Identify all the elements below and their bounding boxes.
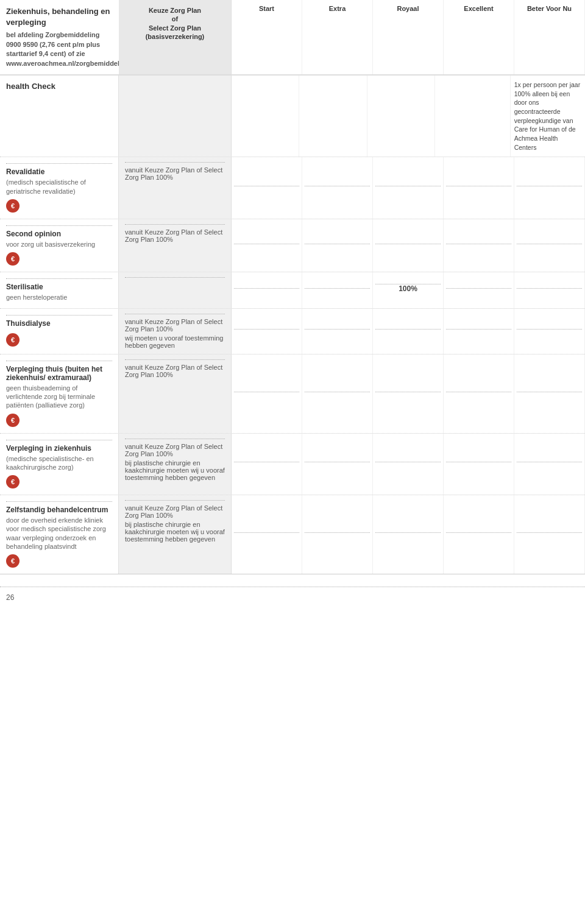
health-royaal-cell — [367, 76, 435, 157]
cell-keuze-verpleging-ziekenhuis: vanuit Keuze Zorg Plan of Select Zorg Pl… — [119, 434, 232, 495]
cell-excellent-verpleging-ziekenhuis — [444, 434, 514, 495]
page-footer: 26 — [0, 587, 585, 608]
row-title-revalidatie: Revalidatie — [6, 168, 112, 176]
euro-icon-zelfstandig: € — [6, 554, 20, 568]
table-header: Ziekenhuis, behandeling en verpleging be… — [0, 0, 585, 76]
row-zelfstandig: Zelfstandig behandelcentrum door de over… — [0, 495, 585, 574]
cell-start-verpleging-ziekenhuis — [232, 434, 302, 495]
health-check-row: health Check 1x per persoon per jaar 100… — [0, 76, 585, 158]
cell-excellent-second-opinion — [444, 219, 514, 272]
cell-keuze-zelfstandig: vanuit Keuze Zorg Plan of Select Zorg Pl… — [119, 495, 232, 574]
cell-extra-thuisdialyse — [302, 309, 373, 354]
cell-excellent-revalidatie — [444, 157, 514, 219]
row-left-thuisdialyse: Thuisdialyse € — [0, 309, 119, 354]
row-thuisdialyse: Thuisdialyse € vanuit Keuze Zorg Plan of… — [0, 309, 585, 354]
row-verpleging-ziekenhuis: Verpleging in ziekenhuis (medische speci… — [0, 434, 585, 496]
cell-extra-verpleging-thuis — [302, 354, 373, 433]
health-check-left: health Check — [0, 76, 119, 157]
cell-start-zelfstandig — [232, 495, 302, 574]
euro-icon-thuisdialyse: € — [6, 333, 20, 347]
cell-royaal-second-opinion — [373, 219, 444, 272]
cell-beter-thuisdialyse — [514, 309, 585, 354]
row-right-verpleging-thuis: vanuit Keuze Zorg Plan of Select Zorg Pl… — [119, 354, 585, 433]
row-revalidatie: Revalidatie (medisch specialistische of … — [0, 157, 585, 219]
cell-start-verpleging-thuis — [232, 354, 302, 433]
euro-icon-verpleging-thuis: € — [6, 414, 20, 427]
row-left-verpleging-ziekenhuis: Verpleging in ziekenhuis (medische speci… — [0, 434, 119, 495]
header-start: Start — [232, 0, 302, 74]
cell-excellent-sterilisatie — [444, 272, 514, 308]
row-left-sterilisatie: Sterilisatie geen hersteloperatie — [0, 272, 119, 308]
cell-start-sterilisatie — [232, 272, 302, 308]
row-right-thuisdialyse: vanuit Keuze Zorg Plan of Select Zorg Pl… — [119, 309, 585, 354]
row-verpleging-thuis: Verpleging thuis (buiten het ziekenhuis/… — [0, 354, 585, 434]
row-left-verpleging-thuis: Verpleging thuis (buiten het ziekenhuis/… — [0, 354, 119, 433]
row-title-verpleging-ziekenhuis: Verpleging in ziekenhuis — [6, 444, 112, 453]
euro-icon-verpleging-ziekenhuis: € — [6, 475, 20, 488]
cell-beter-verpleging-ziekenhuis — [514, 434, 585, 495]
page-number: 26 — [6, 593, 14, 602]
cell-start-second-opinion — [232, 219, 302, 272]
cell-start-revalidatie — [232, 157, 302, 219]
cell-extra-verpleging-ziekenhuis — [302, 434, 373, 495]
cell-beter-revalidatie — [514, 157, 585, 219]
health-beter-cell: 1x per persoon per jaar 100% alleen bij … — [511, 76, 585, 157]
row-right-zelfstandig: vanuit Keuze Zorg Plan of Select Zorg Pl… — [119, 495, 585, 574]
row-subtitle-second-opinion: voor zorg uit basisverzekering — [6, 240, 112, 249]
cell-extra-revalidatie — [302, 157, 373, 219]
euro-icon-revalidatie: € — [6, 199, 20, 213]
cell-beter-verpleging-thuis — [514, 354, 585, 433]
cell-keuze-sterilisatie — [119, 272, 232, 308]
cell-extra-zelfstandig — [302, 495, 373, 574]
cell-royaal-sterilisatie: 100% — [373, 272, 444, 308]
health-extra-cell — [299, 76, 367, 157]
cell-royaal-zelfstandig — [373, 495, 444, 574]
row-subtitle-verpleging-ziekenhuis: (medische specialistische- en kaakchirur… — [6, 454, 112, 472]
row-second-opinion: Second opinion voor zorg uit basisverzek… — [0, 219, 585, 272]
row-title-second-opinion: Second opinion — [6, 230, 112, 238]
cell-keuze-thuisdialyse: vanuit Keuze Zorg Plan of Select Zorg Pl… — [119, 309, 232, 354]
row-subtitle-sterilisatie: geen hersteloperatie — [6, 293, 112, 302]
header-royaal: Royaal — [373, 0, 444, 74]
cell-extra-sterilisatie — [302, 272, 373, 308]
row-subtitle-verpleging-thuis: geen thuisbeademing of verlichtende zorg… — [6, 384, 112, 410]
cell-extra-second-opinion — [302, 219, 373, 272]
cell-beter-sterilisatie — [514, 272, 585, 308]
cell-excellent-verpleging-thuis — [444, 354, 514, 433]
cell-beter-second-opinion — [514, 219, 585, 272]
header-keuze: Keuze Zorg Plan of Select Zorg Plan (bas… — [119, 0, 232, 74]
cell-royaal-thuisdialyse — [373, 309, 444, 354]
row-right-revalidatie: vanuit Keuze Zorg Plan of Select Zorg Pl… — [119, 157, 585, 219]
row-title-thuisdialyse: Thuisdialyse — [6, 319, 112, 328]
cell-excellent-zelfstandig — [444, 495, 514, 574]
sidebar-text: bel afdeling Zorgbemiddeling 0900 9590 (… — [6, 30, 113, 68]
header-beter: Beter Voor Nu — [514, 0, 585, 74]
cell-keuze-second-opinion: vanuit Keuze Zorg Plan of Select Zorg Pl… — [119, 219, 232, 272]
header-extra: Extra — [302, 0, 373, 74]
row-title-sterilisatie: Sterilisatie — [6, 283, 112, 291]
cell-keuze-revalidatie: vanuit Keuze Zorg Plan of Select Zorg Pl… — [119, 157, 232, 219]
row-left-revalidatie: Revalidatie (medisch specialistische of … — [0, 157, 119, 219]
cell-royaal-revalidatie — [373, 157, 444, 219]
row-title-zelfstandig: Zelfstandig behandelcentrum — [6, 506, 112, 514]
health-check-title: health Check — [6, 82, 112, 91]
health-excellent-cell — [435, 76, 510, 157]
row-title-verpleging-thuis: Verpleging thuis (buiten het ziekenhuis/… — [6, 365, 112, 382]
row-right-verpleging-ziekenhuis: vanuit Keuze Zorg Plan of Select Zorg Pl… — [119, 434, 585, 495]
cell-start-thuisdialyse — [232, 309, 302, 354]
row-right-second-opinion: vanuit Keuze Zorg Plan of Select Zorg Pl… — [119, 219, 585, 272]
euro-icon-second-opinion: € — [6, 252, 20, 266]
row-right-sterilisatie: 100% — [119, 272, 585, 308]
row-subtitle-revalidatie: (medisch specialistische of geriatrische… — [6, 178, 112, 196]
cell-royaal-verpleging-thuis — [373, 354, 444, 433]
cell-excellent-thuisdialyse — [444, 309, 514, 354]
header-excellent: Excellent — [444, 0, 514, 74]
row-left-zelfstandig: Zelfstandig behandelcentrum door de over… — [0, 495, 119, 574]
cell-keuze-verpleging-thuis: vanuit Keuze Zorg Plan of Select Zorg Pl… — [119, 354, 232, 433]
row-subtitle-zelfstandig: door de overheid erkende kliniek voor me… — [6, 516, 112, 551]
header-left: Ziekenhuis, behandeling en verpleging be… — [0, 0, 119, 74]
row-left-second-opinion: Second opinion voor zorg uit basisverzek… — [0, 219, 119, 272]
sidebar-title: Ziekenhuis, behandeling en verpleging — [6, 6, 113, 28]
health-keuze-cell — [119, 76, 232, 157]
page: Ziekenhuis, behandeling en verpleging be… — [0, 0, 585, 924]
